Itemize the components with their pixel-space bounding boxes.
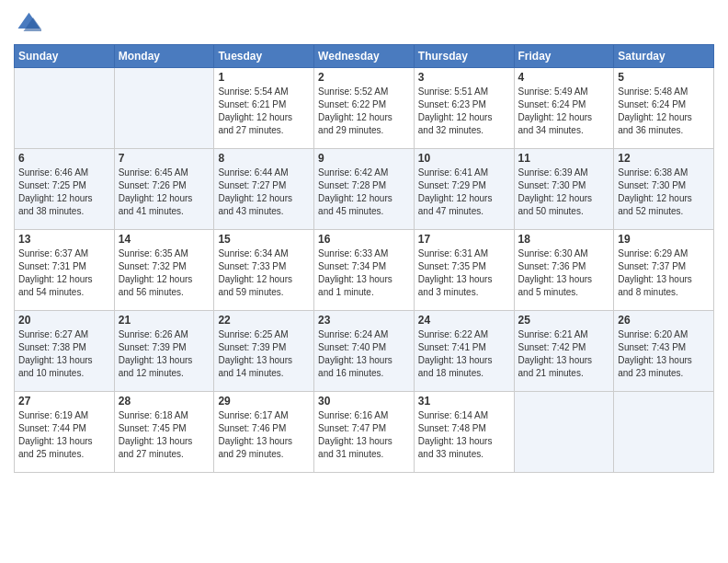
day-number: 31 <box>418 395 510 408</box>
header-row: SundayMondayTuesdayWednesdayThursdayFrid… <box>15 45 714 68</box>
day-info: Sunrise: 6:42 AM Sunset: 7:28 PM Dayligh… <box>318 167 410 218</box>
week-row-3: 20Sunrise: 6:27 AM Sunset: 7:38 PM Dayli… <box>15 311 714 392</box>
day-info: Sunrise: 6:31 AM Sunset: 7:35 PM Dayligh… <box>418 247 510 299</box>
calendar-cell <box>15 68 115 149</box>
day-number: 5 <box>618 71 710 84</box>
day-number: 13 <box>18 233 110 246</box>
calendar-cell: 9Sunrise: 6:42 AM Sunset: 7:28 PM Daylig… <box>314 149 415 230</box>
header-sunday: Sunday <box>15 45 115 68</box>
header-monday: Monday <box>114 45 214 68</box>
day-number: 19 <box>618 233 710 246</box>
calendar-cell: 4Sunrise: 5:49 AM Sunset: 6:24 PM Daylig… <box>514 68 614 149</box>
day-number: 2 <box>318 71 410 84</box>
day-number: 10 <box>418 152 510 165</box>
day-info: Sunrise: 6:34 AM Sunset: 7:33 PM Dayligh… <box>218 247 310 299</box>
day-info: Sunrise: 6:35 AM Sunset: 7:32 PM Dayligh… <box>119 247 210 299</box>
day-number: 8 <box>218 152 310 165</box>
day-number: 14 <box>119 233 210 246</box>
calendar-cell: 13Sunrise: 6:37 AM Sunset: 7:31 PM Dayli… <box>15 230 115 311</box>
calendar-cell <box>114 68 214 149</box>
header-friday: Friday <box>514 45 614 68</box>
day-number: 25 <box>518 314 610 327</box>
day-number: 12 <box>618 152 710 165</box>
day-number: 30 <box>318 395 410 408</box>
calendar-cell: 5Sunrise: 5:48 AM Sunset: 6:24 PM Daylig… <box>614 68 714 149</box>
calendar-cell: 3Sunrise: 5:51 AM Sunset: 6:23 PM Daylig… <box>414 68 514 149</box>
calendar-table: SundayMondayTuesdayWednesdayThursdayFrid… <box>14 44 714 473</box>
day-info: Sunrise: 6:33 AM Sunset: 7:34 PM Dayligh… <box>318 247 410 299</box>
calendar-cell <box>614 392 714 473</box>
day-number: 3 <box>418 71 510 84</box>
calendar-body: 1Sunrise: 5:54 AM Sunset: 6:21 PM Daylig… <box>15 68 714 473</box>
calendar-cell: 21Sunrise: 6:26 AM Sunset: 7:39 PM Dayli… <box>114 311 214 392</box>
calendar-cell: 20Sunrise: 6:27 AM Sunset: 7:38 PM Dayli… <box>15 311 115 392</box>
calendar-cell <box>514 392 614 473</box>
day-info: Sunrise: 6:30 AM Sunset: 7:36 PM Dayligh… <box>518 247 610 299</box>
header <box>14 9 714 37</box>
page: SundayMondayTuesdayWednesdayThursdayFrid… <box>0 0 728 563</box>
day-info: Sunrise: 6:39 AM Sunset: 7:30 PM Dayligh… <box>518 167 610 218</box>
day-number: 4 <box>518 71 610 84</box>
day-info: Sunrise: 6:44 AM Sunset: 7:27 PM Dayligh… <box>218 167 310 218</box>
day-info: Sunrise: 6:45 AM Sunset: 7:26 PM Dayligh… <box>119 167 210 218</box>
day-number: 1 <box>218 71 310 84</box>
logo-icon <box>14 9 41 37</box>
calendar-cell: 6Sunrise: 6:46 AM Sunset: 7:25 PM Daylig… <box>15 149 115 230</box>
header-wednesday: Wednesday <box>314 45 415 68</box>
day-info: Sunrise: 5:54 AM Sunset: 6:21 PM Dayligh… <box>218 86 310 137</box>
day-info: Sunrise: 6:26 AM Sunset: 7:39 PM Dayligh… <box>119 328 210 380</box>
day-info: Sunrise: 6:46 AM Sunset: 7:25 PM Dayligh… <box>18 167 110 218</box>
calendar-cell: 30Sunrise: 6:16 AM Sunset: 7:47 PM Dayli… <box>314 392 415 473</box>
calendar-cell: 23Sunrise: 6:24 AM Sunset: 7:40 PM Dayli… <box>314 311 415 392</box>
day-info: Sunrise: 6:24 AM Sunset: 7:40 PM Dayligh… <box>318 328 410 380</box>
week-row-1: 6Sunrise: 6:46 AM Sunset: 7:25 PM Daylig… <box>15 149 714 230</box>
calendar-cell: 22Sunrise: 6:25 AM Sunset: 7:39 PM Dayli… <box>214 311 314 392</box>
day-number: 20 <box>18 314 110 327</box>
day-number: 29 <box>218 395 310 408</box>
header-saturday: Saturday <box>614 45 714 68</box>
calendar-cell: 24Sunrise: 6:22 AM Sunset: 7:41 PM Dayli… <box>414 311 514 392</box>
calendar-header: SundayMondayTuesdayWednesdayThursdayFrid… <box>15 45 714 68</box>
day-number: 16 <box>318 233 410 246</box>
day-number: 18 <box>518 233 610 246</box>
calendar-cell: 31Sunrise: 6:14 AM Sunset: 7:48 PM Dayli… <box>414 392 514 473</box>
day-number: 9 <box>318 152 410 165</box>
day-info: Sunrise: 6:19 AM Sunset: 7:44 PM Dayligh… <box>18 409 110 461</box>
calendar-cell: 29Sunrise: 6:17 AM Sunset: 7:46 PM Dayli… <box>214 392 314 473</box>
calendar-cell: 12Sunrise: 6:38 AM Sunset: 7:30 PM Dayli… <box>614 149 714 230</box>
calendar-cell: 11Sunrise: 6:39 AM Sunset: 7:30 PM Dayli… <box>514 149 614 230</box>
calendar-cell: 27Sunrise: 6:19 AM Sunset: 7:44 PM Dayli… <box>15 392 115 473</box>
calendar-cell: 25Sunrise: 6:21 AM Sunset: 7:42 PM Dayli… <box>514 311 614 392</box>
day-info: Sunrise: 6:14 AM Sunset: 7:48 PM Dayligh… <box>418 409 510 461</box>
calendar-cell: 2Sunrise: 5:52 AM Sunset: 6:22 PM Daylig… <box>314 68 415 149</box>
day-number: 21 <box>119 314 210 327</box>
calendar-cell: 1Sunrise: 5:54 AM Sunset: 6:21 PM Daylig… <box>214 68 314 149</box>
day-number: 15 <box>218 233 310 246</box>
calendar-cell: 17Sunrise: 6:31 AM Sunset: 7:35 PM Dayli… <box>414 230 514 311</box>
day-number: 28 <box>119 395 210 408</box>
week-row-4: 27Sunrise: 6:19 AM Sunset: 7:44 PM Dayli… <box>15 392 714 473</box>
day-number: 23 <box>318 314 410 327</box>
day-number: 11 <box>518 152 610 165</box>
header-tuesday: Tuesday <box>214 45 314 68</box>
week-row-0: 1Sunrise: 5:54 AM Sunset: 6:21 PM Daylig… <box>15 68 714 149</box>
day-number: 26 <box>618 314 710 327</box>
day-number: 24 <box>418 314 510 327</box>
calendar-cell: 26Sunrise: 6:20 AM Sunset: 7:43 PM Dayli… <box>614 311 714 392</box>
day-number: 17 <box>418 233 510 246</box>
header-thursday: Thursday <box>414 45 514 68</box>
day-info: Sunrise: 6:38 AM Sunset: 7:30 PM Dayligh… <box>618 167 710 218</box>
day-info: Sunrise: 6:17 AM Sunset: 7:46 PM Dayligh… <box>218 409 310 461</box>
day-number: 22 <box>218 314 310 327</box>
day-info: Sunrise: 5:52 AM Sunset: 6:22 PM Dayligh… <box>318 86 410 137</box>
day-info: Sunrise: 6:27 AM Sunset: 7:38 PM Dayligh… <box>18 328 110 380</box>
day-info: Sunrise: 5:51 AM Sunset: 6:23 PM Dayligh… <box>418 86 510 137</box>
calendar-cell: 16Sunrise: 6:33 AM Sunset: 7:34 PM Dayli… <box>314 230 415 311</box>
day-info: Sunrise: 6:18 AM Sunset: 7:45 PM Dayligh… <box>119 409 210 461</box>
day-info: Sunrise: 6:25 AM Sunset: 7:39 PM Dayligh… <box>218 328 310 380</box>
day-number: 27 <box>18 395 110 408</box>
logo <box>14 9 45 37</box>
day-info: Sunrise: 6:22 AM Sunset: 7:41 PM Dayligh… <box>418 328 510 380</box>
calendar-cell: 7Sunrise: 6:45 AM Sunset: 7:26 PM Daylig… <box>114 149 214 230</box>
day-number: 6 <box>18 152 110 165</box>
